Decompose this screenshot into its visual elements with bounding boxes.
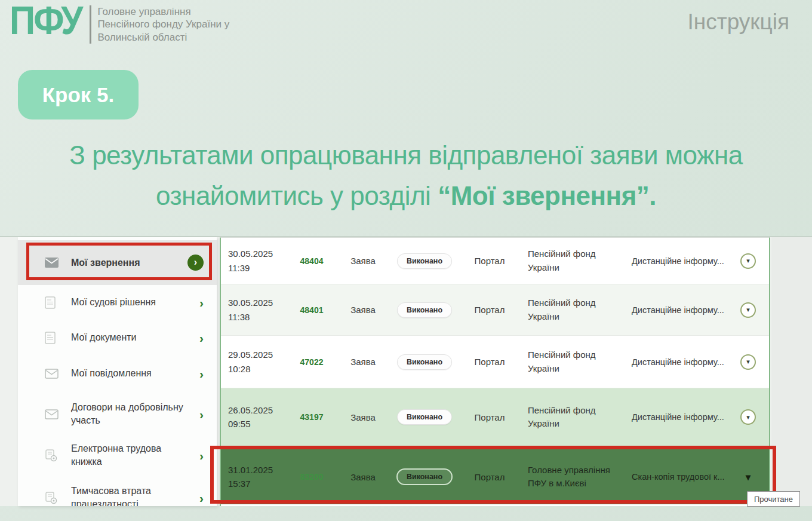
expand-chevron-icon[interactable]: ▾: [740, 302, 756, 318]
workbook-icon: [45, 449, 61, 462]
portal-right-margin: [771, 237, 812, 506]
appeal-number: 48401: [285, 305, 338, 315]
sidebar-item-label: Мої судові рішення: [71, 296, 156, 309]
org-name: Головне управління Пенсійного фонду Укра…: [90, 5, 229, 44]
chevron-right-icon: ›: [199, 296, 204, 309]
table-row[interactable]: 30.05.202511:38 48401 Заява Виконано Пор…: [221, 284, 769, 335]
appeal-org: Пенсійний фонд України: [528, 296, 617, 323]
headline-section-name: “Мої звернення”.: [438, 181, 656, 210]
chevron-right-icon: ›: [199, 367, 204, 380]
step-badge: Крок 5.: [18, 70, 139, 119]
workbook-icon: [45, 492, 61, 504]
appeal-date: 29.05.202510:28: [228, 348, 285, 376]
appeal-org: Пенсійний фонд України: [528, 247, 617, 274]
red-highlight-box-sidebar: [26, 243, 212, 280]
status-badge: Виконано: [397, 354, 452, 370]
appeal-number: 43197: [285, 412, 338, 422]
appeal-date: 30.05.202511:39: [228, 247, 285, 275]
appeal-channel: Портал: [461, 412, 518, 422]
portal-screenshot: Мої звернення › Мої судові рішення › Мої…: [0, 236, 812, 506]
status-badge: Виконано: [397, 253, 452, 269]
appeal-channel: Портал: [461, 357, 518, 367]
chevron-right-icon: ›: [199, 408, 204, 421]
envelope-outline-icon: [45, 409, 61, 419]
table-row[interactable]: 29.05.202510:28 47022 Заява Виконано Пор…: [221, 335, 769, 388]
header: ПФУ Головне управління Пенсійного фонду …: [10, 0, 229, 44]
appeal-type: Заява: [338, 357, 388, 367]
sidebar-item-label: Мої документи: [71, 331, 137, 344]
sidebar-item-label: Тимчасова втрата працездатності: [71, 485, 189, 506]
appeal-number: 48404: [285, 256, 338, 266]
sidebar-item-sudovi-rishennya[interactable]: Мої судові рішення ›: [18, 285, 217, 320]
appeal-type: Заява: [338, 305, 388, 315]
appeal-org: Пенсійний фонд України: [528, 404, 617, 431]
expand-chevron-icon[interactable]: ▾: [740, 253, 756, 269]
table-row[interactable]: 30.05.202511:39 48404 Заява Виконано Пор…: [221, 238, 769, 284]
appeal-channel: Портал: [461, 256, 518, 266]
sidebar-item-label: Мої повідомлення: [71, 367, 152, 380]
chevron-right-icon: ›: [199, 492, 204, 504]
sidebar-item-dohovory[interactable]: Договори на добровільну участь ›: [18, 391, 217, 437]
appeal-subject: Дистанційне інформу...: [617, 256, 727, 266]
chevron-right-icon: ›: [199, 449, 204, 462]
appeal-subject: Дистанційне інформу...: [617, 305, 727, 315]
appeal-date: 30.05.202511:38: [228, 296, 285, 324]
sidebar-item-trudova-knyzhka[interactable]: Електронна трудова книжка ›: [18, 437, 217, 474]
org-name-line: Волинській області: [97, 31, 229, 44]
sidebar-item-moi-dokumenty[interactable]: Мої документи ›: [18, 320, 217, 355]
org-name-line: Головне управління: [97, 5, 229, 18]
appeal-org: Пенсійний фонд України: [528, 348, 617, 375]
expand-chevron-icon[interactable]: ▾: [740, 354, 756, 370]
headline-line1: З результатами опрацювання відправленої …: [0, 135, 812, 176]
headline: З результатами опрацювання відправленої …: [0, 135, 812, 216]
appeal-type: Заява: [338, 256, 388, 266]
sidebar-item-label: Договори на добровільну участь: [71, 401, 189, 427]
headline-line2: ознайомитись у розділі “Мої звернення”.: [0, 176, 812, 216]
status-badge: Виконано: [397, 409, 452, 425]
appeal-subject: Дистанційне інформу...: [617, 412, 727, 422]
status-badge: Виконано: [397, 302, 452, 318]
tooltip-prochytane: Прочитане: [747, 491, 800, 507]
table-row[interactable]: 26.05.202509:55 43197 Заява Виконано Пор…: [221, 388, 769, 446]
chevron-right-icon: ›: [199, 332, 204, 344]
appeal-number: 47022: [285, 357, 338, 367]
expand-chevron-icon[interactable]: ▾: [740, 409, 756, 425]
sidebar-item-tymchasova-vtrata[interactable]: Тимчасова втрата працездатності ›: [18, 474, 217, 506]
envelope-outline-icon: [45, 369, 61, 379]
appeal-type: Заява: [338, 412, 388, 422]
document-icon: [45, 332, 61, 344]
document-icon: [45, 296, 61, 309]
pfu-logo: ПФУ: [10, 0, 81, 41]
appeal-channel: Портал: [461, 305, 518, 315]
org-name-line: Пенсійного фонду України у: [97, 18, 229, 30]
instruction-title: Інструкція: [688, 10, 789, 35]
sidebar-item-povidomlennya[interactable]: Мої повідомлення ›: [18, 355, 217, 391]
sidebar-item-label: Електронна трудова книжка: [71, 442, 189, 468]
red-highlight-box-row: [210, 446, 776, 504]
appeal-date: 26.05.202509:55: [228, 403, 285, 431]
appeal-subject: Дистанційне інформу...: [617, 357, 727, 367]
